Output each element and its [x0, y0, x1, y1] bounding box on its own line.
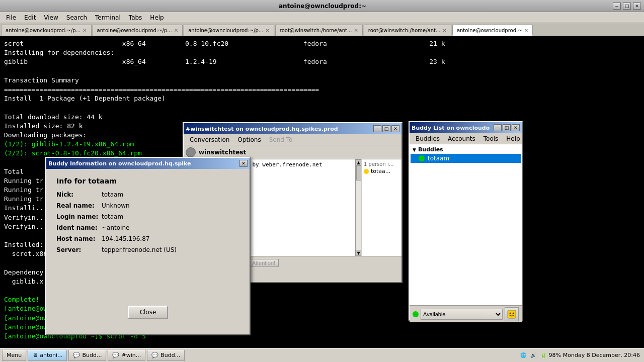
buddy-menu-help[interactable]: Help — [502, 134, 524, 143]
buddy-window: Buddy List on owncloudo − ◫ ✕ Buddies Ac… — [409, 121, 523, 321]
irc-minimize-btn[interactable]: − — [373, 125, 381, 132]
tab-1-close[interactable]: ✕ — [83, 28, 87, 33]
buddy-window-buttons: − ◫ ✕ — [494, 124, 520, 131]
taskbar-app-buddylist[interactable]: 💬 Budd... — [68, 350, 106, 361]
menu-edit[interactable]: Edit — [20, 13, 40, 22]
menu-tabs[interactable]: Tabs — [125, 13, 146, 22]
taskbar-irc-label: #win... — [121, 352, 141, 358]
buddy-icon-button[interactable] — [505, 307, 519, 321]
tab-1[interactable]: antoine@owncloudprod:~/p... ✕ — [1, 25, 92, 36]
taskbar-app-buddy2[interactable]: 💬 Budd... — [147, 350, 185, 361]
tab-4[interactable]: root@winswitch:/home/ant... ✕ — [275, 25, 363, 36]
tab-2[interactable]: antoine@owncloudprod:~/p... ✕ — [93, 25, 183, 36]
buddy-status-indicator — [413, 311, 419, 317]
buddy-info-spacer — [56, 257, 239, 298]
irc-scrollbar[interactable]: ▲ ▼ — [355, 159, 361, 256]
tab-2-close[interactable]: ✕ — [174, 28, 178, 33]
volume-icon[interactable]: 🔊 — [529, 351, 537, 359]
irc-user-nick: totaa... — [371, 168, 390, 174]
scroll-down-btn[interactable]: ▼ — [356, 250, 362, 256]
irc-menu-sendto[interactable]: Send To — [265, 135, 297, 144]
buddy-menu-tools[interactable]: Tools — [479, 134, 503, 143]
taskbar-buddy2-label: Budd... — [160, 352, 180, 358]
buddy-footer: Available Away Offline — [410, 305, 522, 322]
buddy-restore-btn[interactable]: ◫ — [503, 124, 511, 131]
term-line-3: giblib x86_64 1.2.4-19 fedora 23 k — [4, 57, 640, 66]
irc-maximize-btn[interactable]: □ — [382, 125, 390, 132]
buddy-menubar: Buddies Accounts Tools Help — [410, 133, 522, 144]
buddy-status-online — [419, 155, 425, 161]
buddy-info-content: Info for totaam Nick: totaam Real name: … — [46, 169, 250, 302]
buddy-minimize-btn[interactable]: − — [494, 124, 502, 131]
maximize-button[interactable]: □ — [623, 3, 631, 10]
menu-terminal[interactable]: Terminal — [91, 13, 125, 22]
buddy-info-nick-label: Nick: — [56, 191, 102, 198]
network-icon: 🌐 — [519, 351, 527, 359]
buddy-item-totaam[interactable]: totaam — [411, 154, 521, 163]
irc-avatar — [186, 147, 196, 157]
title-bar: antoine@owncloudprod:~ − □ ✕ — [0, 0, 644, 12]
irc-attention-btn[interactable]: Attention! — [249, 259, 279, 267]
tab-5-close[interactable]: ✕ — [442, 28, 446, 33]
taskbar-terminal-icon: 🖥 — [32, 352, 38, 358]
taskbar-buddy2-icon: 💬 — [151, 352, 158, 358]
taskbar-buddylist-icon: 💬 — [73, 352, 80, 358]
buddy-menu-buddies[interactable]: Buddies — [412, 134, 444, 143]
tab-3[interactable]: antoine@owncloudprod:~/p... ✕ — [184, 25, 274, 36]
term-line-5: Transaction Summary — [4, 76, 640, 85]
tab-6-close[interactable]: ✕ — [524, 28, 528, 33]
buddy-info-identname-label: Ident name: — [56, 224, 102, 231]
menu-search[interactable]: Search — [62, 13, 91, 22]
start-menu-button[interactable]: Menu — [2, 350, 26, 361]
menu-view[interactable]: View — [40, 13, 62, 22]
svg-point-2 — [513, 312, 514, 314]
scroll-thumb — [356, 165, 361, 180]
buddy-nick-totaam: totaam — [428, 155, 449, 162]
buddy-group-arrow: ▼ — [413, 147, 416, 152]
taskbar-irc-icon: 💬 — [112, 352, 119, 358]
menu-file[interactable]: File — [2, 13, 20, 22]
buddy-info-identname-value: ~antoine — [102, 224, 129, 231]
buddy-icon — [507, 310, 516, 319]
taskbar: Menu 🖥 antoni... 💬 Budd... 💬 #win... 💬 B… — [0, 348, 644, 362]
taskbar-app-irc[interactable]: 💬 #win... — [108, 350, 145, 361]
svg-rect-0 — [508, 310, 516, 318]
minimize-button[interactable]: − — [613, 3, 621, 10]
buddy-info-server-row: Server: tepper.freenode.net (US) — [56, 246, 239, 253]
buddy-close-btn[interactable]: ✕ — [512, 124, 520, 131]
start-label: Menu — [7, 352, 22, 358]
buddy-status-select[interactable]: Available Away Offline — [421, 309, 503, 320]
tab-4-close[interactable]: ✕ — [354, 28, 358, 33]
clock: Monday 8 December, 20:46 — [563, 352, 640, 358]
irc-user-item[interactable]: totaa... — [364, 168, 399, 174]
irc-title-text: #winswitchtest on owncloudprod.hq.spikes… — [186, 126, 338, 132]
taskbar-app-terminal[interactable]: 🖥 antoni... — [28, 350, 67, 361]
buddy-menu-accounts[interactable]: Accounts — [444, 134, 479, 143]
buddy-info-close-x-btn[interactable]: ✕ — [239, 160, 248, 167]
irc-close-btn[interactable]: ✕ — [391, 125, 399, 132]
buddy-info-titlebar: Buddy Information on owncloudprod.hq.spi… — [46, 158, 250, 169]
buddy-info-loginname-value: totaam — [102, 213, 123, 220]
buddy-info-identname-row: Ident name: ~antoine — [56, 224, 239, 231]
svg-point-1 — [510, 312, 511, 314]
menu-help[interactable]: Help — [146, 13, 168, 22]
tab-5[interactable]: root@winswitch:/home/ant... ✕ — [364, 25, 451, 36]
buddy-info-loginname-row: Login name: totaam — [56, 213, 239, 220]
tab-6[interactable]: antoine@owncloudprod:~ ✕ — [452, 25, 533, 36]
scroll-up-btn[interactable]: ▲ — [356, 159, 362, 165]
battery-icon: 🔋 — [539, 351, 547, 359]
buddy-info-nick-value: totaam — [102, 191, 123, 198]
battery-label: 98% — [548, 352, 560, 358]
buddy-info-close-button[interactable]: Close — [128, 306, 168, 319]
close-button[interactable]: ✕ — [633, 3, 641, 10]
buddy-group-buddies[interactable]: ▼ Buddies — [411, 145, 521, 154]
buddy-titlebar: Buddy List on owncloudo − ◫ ✕ — [410, 122, 522, 133]
irc-menu-options[interactable]: Options — [233, 135, 265, 144]
buddy-info-realname-row: Real name: Unknown — [56, 202, 239, 209]
buddy-group-label: Buddies — [418, 146, 443, 153]
irc-menu-conversation[interactable]: Conversation — [186, 135, 233, 144]
title-bar-text: antoine@owncloudprod:~ — [33, 3, 612, 10]
irc-menubar: Conversation Options Send To — [184, 134, 401, 145]
irc-channel-name: winswitchtest — [199, 149, 246, 156]
tab-3-close[interactable]: ✕ — [265, 28, 269, 33]
